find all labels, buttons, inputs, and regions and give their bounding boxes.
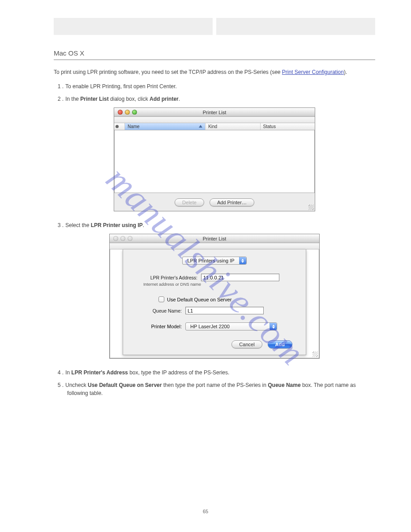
col-status-label: Status (263, 124, 276, 129)
step-2-post: . (179, 96, 180, 102)
col-name-label: Name (128, 124, 140, 129)
default-queue-checkbox[interactable] (158, 296, 164, 302)
close-icon (113, 236, 118, 241)
col-kind[interactable]: Kind (206, 123, 260, 130)
step-4-post: box, type the IP address of the PS-Serie… (128, 369, 230, 376)
step-3: 3 . Select the LPR Printer using IP. (54, 221, 375, 229)
printer-list-title: Printer List (114, 110, 315, 115)
step-4: 4 . In LPR Printer's Address box, type t… (54, 369, 375, 377)
step-5-b1: Use Default Queue on Server (88, 382, 163, 388)
minimize-icon[interactable] (125, 110, 130, 115)
screenshot-add-sheet: Printer List LPR Printers using IP L (54, 234, 375, 359)
add-sheet-window: Printer List LPR Printers using IP L (109, 234, 320, 359)
page-container: Mac OS X To print using LPR printing sof… (0, 0, 411, 397)
zoom-icon (128, 236, 133, 241)
col-status[interactable]: Status (261, 123, 315, 130)
header-bar (54, 18, 375, 35)
header-left-cell (54, 18, 213, 35)
section-title: Mac OS X (54, 45, 375, 60)
minimize-icon (120, 236, 125, 241)
resize-grip-icon[interactable] (308, 205, 314, 210)
add-printer-button[interactable]: Add Printer… (210, 198, 254, 206)
step-2-num: 2 . (54, 95, 65, 103)
model-row: Printer Model: HP LaserJet 2200 (134, 322, 295, 330)
add-button[interactable]: Add (268, 340, 292, 348)
sheet-body-bg: LPR Printers using IP LPR Printer's Addr… (110, 249, 319, 358)
printer-list-titlebar: Printer List (114, 108, 315, 117)
step-3-b1: LPR Printer using IP (91, 222, 143, 228)
config-link[interactable]: Print Server Configuration (282, 69, 344, 75)
intro-pre: To print using LPR printing software, yo… (54, 69, 282, 75)
printer-list-body[interactable] (114, 130, 315, 193)
model-label: Printer Model: (134, 324, 185, 329)
step-4-b1: LPR Printer's Address (71, 369, 128, 376)
printer-list-toolbar (114, 117, 315, 123)
pulldown-arrows-icon (239, 257, 246, 264)
address-label: LPR Printer's Address: (134, 275, 201, 280)
model-value: HP LaserJet 2200 (186, 324, 270, 329)
resize-grip-icon[interactable] (313, 352, 318, 357)
step-2-b2: Add printer (150, 96, 179, 102)
default-queue-label: Use Default Queue on Server (167, 297, 231, 302)
printer-list-footer: Delete Add Printer… (114, 193, 315, 211)
step-4-num: 4 . (54, 369, 65, 377)
model-pulldown[interactable]: HP LaserJet 2200 (185, 322, 277, 330)
sheet-title: Printer List (110, 236, 319, 241)
protocol-pulldown[interactable]: LPR Printers using IP (182, 257, 246, 265)
intro-paragraph: To print using LPR printing software, yo… (54, 68, 375, 76)
sheet-toolbar (110, 243, 319, 249)
zoom-icon[interactable] (132, 110, 137, 115)
pulldown-arrows-icon (270, 323, 277, 330)
address-hint: Internet address or DNS name (134, 282, 201, 287)
step-3-pre: Select the (65, 222, 91, 228)
header-right-cell (216, 18, 375, 35)
section-divider (54, 60, 375, 60)
step-3-post: . (143, 222, 144, 228)
sheet-buttons: Cancel Add (134, 340, 295, 348)
step-2: 2 . In the Printer List dialog box, clic… (54, 95, 375, 103)
col-name[interactable]: Name (125, 123, 206, 130)
step-3-num: 3 . (54, 221, 65, 229)
page-number: 65 (0, 509, 411, 514)
sort-ascending-icon (199, 125, 202, 128)
traffic-lights (114, 110, 137, 115)
delete-button[interactable]: Delete (175, 198, 204, 206)
default-queue-row: Use Default Queue on Server (134, 296, 295, 302)
sheet-panel: LPR Printers using IP LPR Printer's Addr… (123, 249, 306, 355)
step-5: 5 . Uncheck Use Default Queue on Server … (54, 381, 375, 397)
step-2-mid: dialog box, click (109, 96, 150, 102)
step-5-b2: Queue Name (268, 382, 300, 388)
step-1: 1 . To enable LPR Printing, first open P… (54, 82, 375, 90)
address-row: LPR Printer's Address: (134, 274, 295, 281)
printer-list-window: Printer List Name Kind Status Delete Add… (114, 107, 315, 211)
queue-row: Queue Name: (134, 307, 295, 314)
protocol-value: LPR Printers using IP (183, 258, 239, 263)
step-5-num: 5 . (54, 381, 65, 389)
col-default[interactable] (114, 123, 125, 130)
cancel-button[interactable]: Cancel (231, 340, 262, 348)
close-icon[interactable] (118, 110, 123, 115)
col-kind-label: Kind (208, 124, 217, 129)
step-4-pre: In (65, 369, 71, 376)
step-5-mid: then type the port name of the PS-Series… (163, 382, 268, 388)
sheet-traffic-lights (110, 236, 133, 241)
step-5-pre: Uncheck (65, 382, 88, 388)
column-headers: Name Kind Status (114, 123, 315, 130)
intro-post: ). (344, 69, 347, 75)
step-1-text: To enable LPR Printing, first open Print… (65, 83, 177, 90)
queue-input[interactable] (185, 307, 264, 314)
step-2-b1: Printer List (80, 96, 108, 102)
screenshot-printer-list: Printer List Name Kind Status Delete Add… (54, 107, 375, 211)
step-2-pre: In the (65, 96, 80, 102)
default-indicator-icon (116, 125, 119, 128)
step-1-num: 1 . (54, 82, 65, 90)
sheet-titlebar: Printer List (110, 234, 319, 243)
protocol-row: LPR Printers using IP (134, 257, 295, 265)
queue-label: Queue Name: (134, 308, 185, 313)
address-input[interactable] (201, 274, 279, 281)
